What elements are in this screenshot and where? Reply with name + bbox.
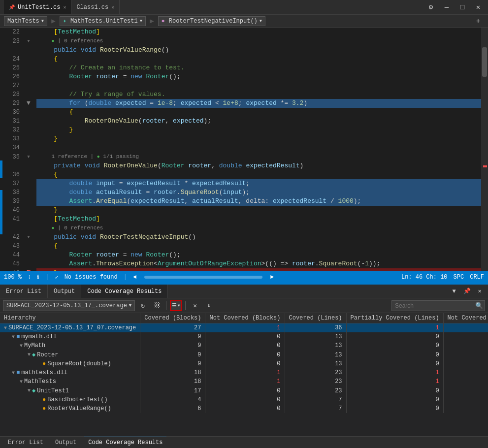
pin-icon: 📌 xyxy=(9,4,15,10)
table-row[interactable]: ▼MyMath 9 0 13 0 0 xyxy=(0,341,488,350)
expand-icon[interactable]: ▼ xyxy=(12,370,15,376)
code-gutter xyxy=(33,197,36,206)
table-row: 42 ▼ public void RooterTestNegativeInput… xyxy=(2,233,481,242)
code-indicator xyxy=(25,170,33,179)
code-content: Rooter rooter = new Rooter(); xyxy=(36,251,481,259)
code-coverage-status-tab[interactable]: Code Coverage Results xyxy=(84,437,166,448)
table-row[interactable]: ●RooterValueRange() 6 0 7 0 0 xyxy=(0,404,488,413)
hierarchy-cell: ▼◆UnitTest1 xyxy=(0,386,140,395)
refresh-btn[interactable]: ↻ xyxy=(137,300,149,311)
search-input[interactable] xyxy=(392,302,474,309)
nav-right-btn[interactable]: ► xyxy=(270,274,274,281)
table-row[interactable]: ▼◆UnitTest1 17 0 23 0 0 xyxy=(0,386,488,395)
line-num: 30 xyxy=(2,108,25,117)
method-dropdown[interactable]: ● RooterTestNegativeInput() ▼ xyxy=(158,16,266,26)
close-panel-btn[interactable]: ✕ xyxy=(474,286,485,297)
table-row[interactable]: ▼SURFACE_2023-12-05.13_17_07.coverage 27… xyxy=(0,323,488,333)
col-header-covered-lines[interactable]: Covered (Lines) xyxy=(285,313,346,323)
tab-close[interactable]: ✕ xyxy=(111,4,114,10)
search-icon[interactable]: 🔍 xyxy=(474,300,485,311)
line-num: 41 xyxy=(2,215,25,224)
col-header-not-covered-lines[interactable]: Not Covered (Lines xyxy=(443,313,488,323)
close-btn[interactable]: ✕ xyxy=(472,1,484,13)
tab-close[interactable]: ✕ xyxy=(63,4,66,10)
vertical-scrollbar[interactable] xyxy=(481,28,488,271)
clear-btn[interactable]: ✕ xyxy=(189,300,201,311)
not-covered-blocks-cell: 0 xyxy=(205,341,285,350)
col-header-not-covered-blocks[interactable]: Not Covered (Blocks) xyxy=(205,313,285,323)
col-header-hierarchy[interactable]: Hierarchy xyxy=(0,313,140,323)
row-name: MyMath xyxy=(24,342,45,349)
tab-unittest[interactable]: 📌 UnitTest1.cs ✕ xyxy=(4,0,71,14)
code-content: public void RooterValueRange() xyxy=(36,46,481,55)
table-row[interactable]: ▼◆Rooter 9 0 13 0 0 xyxy=(0,350,488,359)
expand-icon[interactable]: ▼ xyxy=(28,352,31,357)
class-dropdown[interactable]: ✦ MathTests.UnitTest1 ▼ xyxy=(60,16,146,26)
line-num: 25 xyxy=(2,64,25,72)
pin-panel-btn[interactable]: 📌 xyxy=(461,286,472,297)
info-icon[interactable]: ℹ xyxy=(37,274,39,281)
maximize-btn[interactable]: □ xyxy=(456,1,468,13)
line-num: 26 xyxy=(2,72,25,81)
panel-controls: ▼ 📌 ✕ xyxy=(449,286,488,297)
bottom-panel: Error List Output Code Coverage Results … xyxy=(0,284,488,436)
line-num: 23 xyxy=(2,36,25,46)
nav-left-btn[interactable]: ◄ xyxy=(133,274,136,281)
error-list-status-tab[interactable]: Error List xyxy=(4,437,47,448)
not-covered-lines-cell: 0 xyxy=(443,395,488,404)
table-row[interactable]: ●SquareRoot(double) 9 0 13 0 0 xyxy=(0,359,488,368)
coverage-table-wrapper[interactable]: Hierarchy Covered (Blocks) Not Covered (… xyxy=(0,313,488,436)
settings-icon[interactable]: ⚙ xyxy=(425,1,437,13)
export-btn[interactable]: ⬇ xyxy=(203,300,215,311)
code-content: 1 reference | ● 1/1 passing xyxy=(36,152,481,161)
project-label: MathTests xyxy=(7,18,39,25)
minimize-btn[interactable]: — xyxy=(441,1,453,13)
tab-label: Class1.cs xyxy=(76,4,108,11)
expand-icon[interactable]: ▼ xyxy=(20,379,23,384)
code-gutter xyxy=(33,81,36,90)
hierarchy-cell: ▼■mymath.dll xyxy=(0,332,140,341)
add-tab-btn[interactable]: + xyxy=(472,15,484,27)
code-gutter xyxy=(33,36,36,46)
row-name: Rooter xyxy=(37,352,58,358)
line-num xyxy=(2,224,25,233)
col-header-covered-blocks[interactable]: Covered (Blocks) xyxy=(140,313,205,323)
code-indicator xyxy=(25,242,33,251)
coverage-file-dropdown[interactable]: SURFACE_2023-12-05.13_17_.coverage ▼ xyxy=(3,300,135,311)
status-check-icon: ✓ xyxy=(55,274,58,281)
code-gutter xyxy=(33,126,36,134)
col-header-partially-covered[interactable]: Partially Covered (Lines) xyxy=(346,313,443,323)
status-right: Ln: 46 Ch: 10 SPC CRLF xyxy=(401,274,484,281)
dropdown-icon[interactable]: ▼ xyxy=(449,286,459,297)
table-row[interactable]: ▼■mathtests.dll 18 1 23 1 0 xyxy=(0,368,488,377)
expand-icon[interactable]: ▼ xyxy=(20,343,23,349)
output-status-tab[interactable]: Output xyxy=(51,437,80,448)
row-name: SURFACE_2023-12-05.13_17_07.coverage xyxy=(8,324,136,331)
tab-class1[interactable]: Class1.cs ✕ xyxy=(71,0,120,14)
table-row[interactable]: ▼■mymath.dll 9 0 13 0 0 xyxy=(0,332,488,341)
covered-lines-cell: 13 xyxy=(285,332,346,341)
expand-icon[interactable]: ▼ xyxy=(12,334,15,340)
project-dropdown[interactable]: MathTests ▼ xyxy=(4,16,47,26)
expand-icon[interactable]: ▼ xyxy=(4,325,7,331)
link-btn[interactable]: ⛓ xyxy=(151,300,163,311)
expand-icon[interactable]: ▼ xyxy=(28,388,31,393)
not-covered-lines-cell: 0 xyxy=(443,332,488,341)
tab-output[interactable]: Output xyxy=(48,285,81,298)
code-indicator: ▼ xyxy=(25,152,33,161)
sync-icon[interactable]: ↕ xyxy=(28,274,31,281)
line-num: 37 xyxy=(2,179,25,188)
filter-btn[interactable]: ☰ ▼ xyxy=(170,300,182,311)
code-editor[interactable]: 22 [TestMethod] 23 ▼ ● | 0 references xyxy=(2,28,481,271)
tab-error-list[interactable]: Error List xyxy=(0,285,48,298)
code-gutter xyxy=(33,143,36,152)
line-num: 43 xyxy=(2,242,25,251)
line-num: 27 xyxy=(2,81,25,90)
hierarchy-cell: ▼SURFACE_2023-12-05.13_17_07.coverage xyxy=(0,323,140,333)
code-indicator xyxy=(25,46,33,55)
table-row[interactable]: ▼MathTests 18 1 23 1 0 xyxy=(0,377,488,386)
code-indicator xyxy=(25,81,33,90)
tab-code-coverage[interactable]: Code Coverage Results xyxy=(81,285,168,298)
code-gutter xyxy=(33,28,36,36)
table-row[interactable]: ●BasicRooterTest() 4 0 7 0 0 xyxy=(0,395,488,404)
